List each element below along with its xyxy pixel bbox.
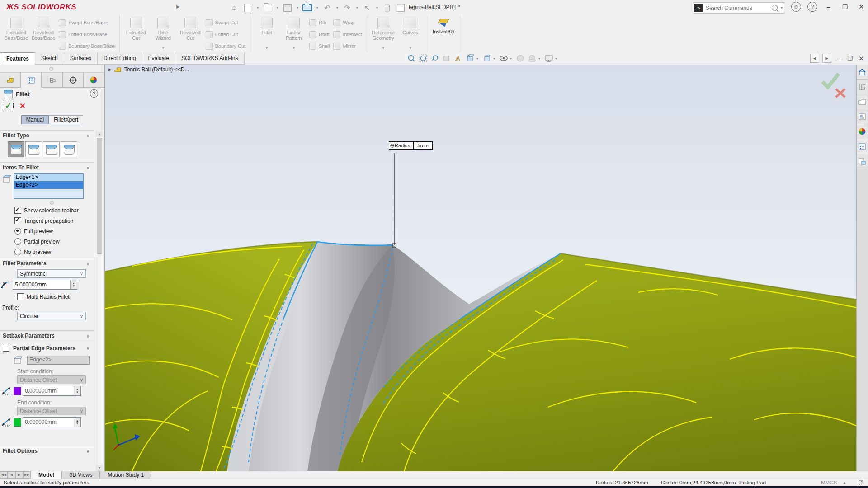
list-item-edge1[interactable]: Edge<1> — [14, 174, 83, 181]
ribbon-lofted-boss-base[interactable]: Lofted Boss/Base — [59, 30, 115, 39]
ribbon-boundary-boss-base[interactable]: Boundary Boss/Base — [59, 42, 115, 51]
solidworks-resources-icon[interactable] — [857, 154, 868, 169]
curves-caret-icon[interactable]: ▾ — [410, 46, 411, 51]
section-fillet-parameters[interactable]: Fillet Parameters∧ — [0, 258, 94, 268]
section-fillet-options[interactable]: Fillet Options∨ — [0, 446, 94, 455]
file-explorer-icon[interactable] — [857, 94, 868, 109]
3d-scene[interactable] — [105, 65, 857, 471]
doc-minimize-button[interactable]: – — [835, 54, 843, 62]
confirm-ok-icon[interactable] — [822, 74, 839, 87]
pane-next-icon[interactable]: ▶ — [822, 54, 831, 63]
linear-pattern-caret-icon[interactable]: ▾ — [293, 46, 295, 51]
ribbon-mirror[interactable]: Mirror — [333, 42, 362, 51]
pane-previous-icon[interactable]: ◀ — [810, 54, 819, 63]
tab-sketch[interactable]: Sketch — [35, 52, 64, 65]
symmetry-dropdown[interactable]: Symmetric∨ — [17, 269, 86, 278]
redo-caret-icon[interactable]: ▾ — [355, 6, 359, 10]
callout-handle-icon[interactable] — [390, 144, 394, 148]
search-commands-box[interactable]: > Search Commands ▾ — [693, 2, 784, 14]
breadcrumb-text[interactable]: Tennis Ball (Default) <<D... — [124, 66, 189, 73]
hole-wizard-caret-icon[interactable]: ▾ — [162, 46, 164, 51]
view-orientation-icon[interactable] — [465, 53, 476, 63]
tab-display-manager[interactable] — [84, 72, 104, 87]
search-input[interactable]: Search Commands — [703, 5, 772, 11]
ribbon-reference-geometry[interactable]: Reference Geometry▾ — [370, 17, 397, 51]
ribbon-instant3d[interactable]: Instant3D — [430, 17, 457, 51]
select-icon[interactable]: ↖ — [361, 2, 373, 14]
tangent-propagation-checkbox[interactable] — [14, 217, 21, 224]
filletxpert-mode-button[interactable]: FilletXpert — [49, 115, 83, 124]
ribbon-boundary-cut[interactable]: Boundary Cut — [206, 42, 245, 51]
account-icon[interactable]: ☺ — [791, 2, 801, 12]
tab-scroll-next-icon[interactable]: ▶ — [15, 471, 23, 479]
search-icon[interactable] — [772, 5, 778, 11]
tab-solidworks-add-ins[interactable]: SOLIDWORKS Add-Ins — [175, 52, 244, 65]
tab-feature-tree[interactable] — [0, 72, 21, 87]
display-style-icon[interactable] — [481, 53, 492, 63]
new-document-icon[interactable] — [242, 2, 254, 14]
ribbon-fillet[interactable]: Fillet▾ — [253, 17, 280, 51]
undo-caret-icon[interactable]: ▾ — [335, 6, 340, 10]
partial-preview-radio[interactable] — [14, 238, 21, 245]
variable-size-fillet-button[interactable] — [25, 141, 42, 157]
apply-scene-caret-icon[interactable]: ▾ — [538, 56, 542, 61]
xpert-icon[interactable] — [381, 2, 393, 14]
ribbon-intersect[interactable]: Intersect — [333, 30, 362, 39]
units-caret-icon[interactable]: ▲ — [843, 481, 846, 485]
radius-field[interactable]: 5.000000mm ▲▼ — [13, 280, 77, 290]
tab-configurations[interactable] — [42, 72, 62, 87]
tab-features[interactable]: Features — [0, 52, 35, 65]
ribbon-lofted-cut[interactable]: Lofted Cut — [206, 30, 245, 39]
full-round-fillet-button[interactable] — [61, 141, 77, 157]
ribbon-revolved-boss-base[interactable]: Revolved Boss/Base — [30, 17, 57, 51]
options-gear-icon[interactable]: ⚙ — [408, 2, 420, 14]
ribbon-linear-pattern[interactable]: Linear Pattern▾ — [280, 17, 307, 51]
full-preview-radio[interactable] — [14, 228, 21, 235]
reference-geometry-caret-icon[interactable]: ▾ — [382, 46, 384, 51]
breadcrumb-expand-icon[interactable]: ▶ — [108, 67, 112, 72]
constant-size-fillet-button[interactable] — [8, 141, 24, 157]
multi-radius-fillet-checkbox[interactable] — [17, 293, 24, 300]
scrollbar-thumb[interactable] — [97, 138, 102, 254]
manual-mode-button[interactable]: Manual — [21, 115, 49, 124]
callout-value-input[interactable]: 5mm — [414, 142, 432, 149]
ribbon-hole-wizard[interactable]: Hole Wizard▾ — [150, 17, 177, 51]
section-setback-parameters[interactable]: Setback Parameters∨ — [0, 330, 94, 340]
partial-edge-checkbox[interactable] — [3, 345, 9, 352]
ribbon-extruded-boss-base[interactable]: Extruded Boss/Base — [3, 17, 30, 51]
apply-scene-icon[interactable] — [527, 53, 538, 63]
ok-button[interactable]: ✓ — [3, 101, 14, 111]
view-orientation-caret-icon[interactable]: ▾ — [476, 56, 481, 61]
radius-callout[interactable]: Radius: 5mm — [389, 141, 433, 150]
save-icon[interactable] — [282, 2, 293, 14]
items-to-fillet-list[interactable]: Edge<1> Edge<2> — [14, 173, 84, 199]
fillet-caret-icon[interactable]: ▾ — [266, 46, 268, 51]
panel-scrollbar[interactable]: ▲ ▼ — [96, 131, 103, 471]
ribbon-swept-cut[interactable]: Swept Cut — [206, 18, 245, 27]
list-item-edge2[interactable]: Edge<2> — [14, 181, 83, 189]
panel-splitter-handle[interactable] — [49, 67, 53, 71]
tab-motion-study-1[interactable]: Motion Study 1 — [100, 471, 151, 479]
tab-scroll-last-icon[interactable]: ▶▶ — [23, 471, 31, 479]
save-caret-icon[interactable]: ▾ — [295, 6, 300, 10]
face-fillet-button[interactable] — [43, 141, 60, 157]
ribbon-shell[interactable]: Shell — [309, 42, 330, 51]
list-resize-handle[interactable] — [50, 201, 54, 205]
custom-properties-icon[interactable] — [857, 139, 868, 154]
previous-view-icon[interactable] — [429, 53, 440, 63]
zoom-to-fit-icon[interactable] — [406, 53, 417, 63]
confirm-cancel-icon[interactable] — [836, 89, 845, 97]
select-caret-icon[interactable]: ▾ — [375, 6, 379, 10]
ribbon-curves[interactable]: Curves▾ — [397, 17, 424, 51]
help-icon[interactable]: ? — [807, 2, 817, 12]
scroll-down-icon[interactable]: ▼ — [96, 465, 103, 471]
tab-scroll-first-icon[interactable]: ◀◀ — [0, 471, 8, 479]
properties-icon[interactable] — [395, 2, 406, 14]
appearances-icon[interactable] — [857, 124, 868, 139]
graphics-viewport[interactable]: ▶ Tennis Ball (Default) <<D... Radius: 5… — [105, 65, 857, 471]
doc-restore-button[interactable]: ❐ — [846, 54, 854, 62]
annotation-view-icon[interactable]: A — [453, 53, 464, 63]
cancel-button[interactable]: ✕ — [19, 102, 25, 110]
tab-dimxpert[interactable] — [63, 72, 84, 87]
display-style-caret-icon[interactable]: ▾ — [493, 56, 497, 61]
